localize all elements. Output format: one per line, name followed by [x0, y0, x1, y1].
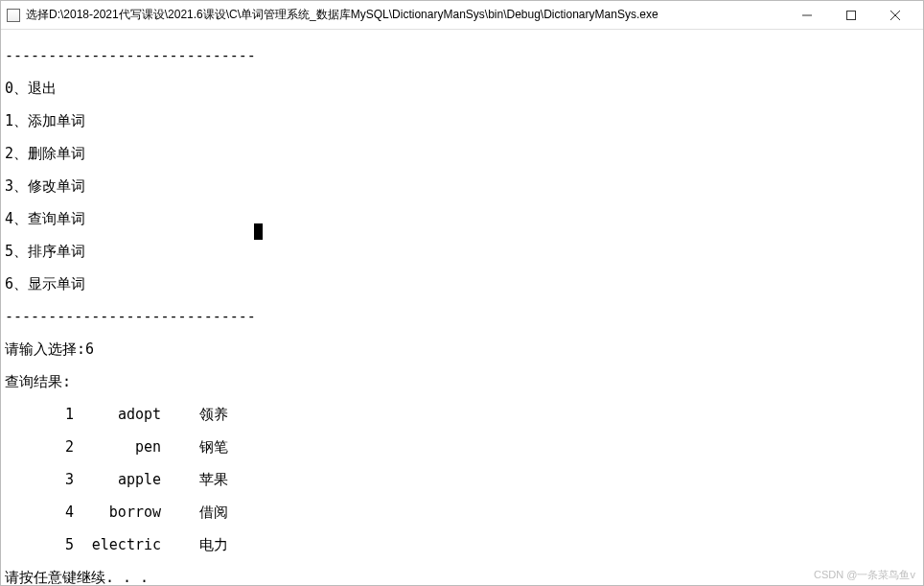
- svg-rect-1: [847, 11, 856, 19]
- maximize-button[interactable]: [829, 1, 873, 29]
- prompt-row: 请输入选择:6: [5, 341, 919, 358]
- console-output[interactable]: ----------------------------- 0、退出 1、添加单…: [1, 30, 923, 585]
- divider-top: -----------------------------: [5, 48, 919, 64]
- minimize-button[interactable]: [785, 1, 829, 29]
- data-row-3: 3 apple苹果: [5, 472, 919, 488]
- menu-item-6: 6、显示单词: [5, 276, 919, 293]
- data-row-1: 1 adopt领养: [5, 407, 919, 423]
- window-title: 选择D:\2018-2021代写课设\2021.6课设\C\单词管理系统_数据库…: [26, 7, 785, 23]
- data-row-2: 2 pen钢笔: [5, 439, 919, 456]
- text-cursor: [254, 223, 263, 240]
- menu-item-4: 4、查询单词: [5, 211, 919, 227]
- console-window: 选择D:\2018-2021代写课设\2021.6课设\C\单词管理系统_数据库…: [0, 0, 924, 586]
- menu-item-0: 0、退出: [5, 81, 919, 97]
- data-row-5: 5 electric电力: [5, 537, 919, 553]
- menu-item-1: 1、添加单词: [5, 113, 919, 129]
- menu-item-2: 2、删除单词: [5, 146, 919, 162]
- watermark: CSDN @一条菜鸟鱼v: [814, 567, 915, 583]
- data-row-4: 4 borrow借阅: [5, 504, 919, 521]
- app-icon: [7, 9, 20, 22]
- window-controls: [785, 1, 917, 29]
- result-header: 查询结果:: [5, 374, 919, 390]
- divider-bottom: -----------------------------: [5, 309, 919, 325]
- press-any-key: 请按任意键继续. . .: [5, 570, 919, 585]
- titlebar: 选择D:\2018-2021代写课设\2021.6课设\C\单词管理系统_数据库…: [1, 1, 923, 30]
- menu-item-5: 5、排序单词: [5, 244, 919, 260]
- close-button[interactable]: [873, 1, 917, 29]
- prompt-label: 请输入选择:: [5, 340, 85, 358]
- menu-item-3: 3、修改单词: [5, 178, 919, 195]
- prompt-value: 6: [85, 340, 94, 358]
